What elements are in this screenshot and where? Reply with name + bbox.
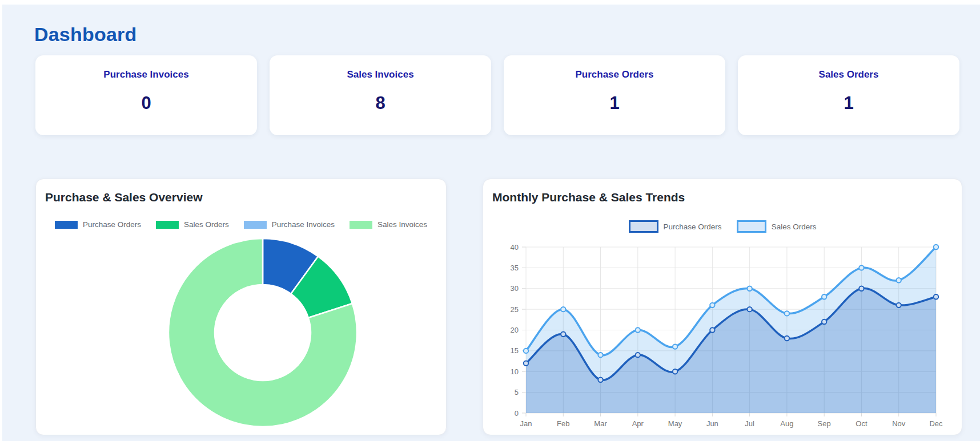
svg-text:Sep: Sep bbox=[818, 419, 831, 428]
svg-text:Oct: Oct bbox=[856, 419, 867, 428]
svg-text:Jul: Jul bbox=[745, 419, 754, 428]
overview-chart-card: Purchase & Sales Overview Purchase Order… bbox=[35, 179, 447, 435]
svg-text:10: 10 bbox=[511, 367, 519, 376]
svg-text:35: 35 bbox=[511, 264, 519, 272]
stat-card-purchase-invoices: Purchase Invoices 0 bbox=[35, 55, 257, 135]
stats-row: Purchase Invoices 0 Sales Invoices 8 Pur… bbox=[35, 55, 959, 135]
stat-value: 1 bbox=[609, 93, 619, 114]
svg-text:Apr: Apr bbox=[632, 419, 644, 428]
svg-text:25: 25 bbox=[511, 305, 519, 314]
svg-text:40: 40 bbox=[511, 243, 519, 252]
stat-value: 1 bbox=[844, 93, 853, 114]
stat-card-sales-invoices: Sales Invoices 8 bbox=[270, 55, 491, 135]
svg-text:Feb: Feb bbox=[557, 419, 569, 428]
page-title: Dashboard bbox=[34, 23, 136, 46]
stat-value: 0 bbox=[141, 93, 151, 114]
svg-text:20: 20 bbox=[511, 326, 519, 334]
svg-text:Nov: Nov bbox=[892, 419, 906, 428]
svg-text:Jun: Jun bbox=[706, 419, 718, 428]
svg-text:May: May bbox=[668, 419, 682, 428]
stat-label: Purchase Invoices bbox=[103, 69, 188, 80]
svg-text:Jan: Jan bbox=[520, 419, 532, 428]
svg-text:5: 5 bbox=[515, 388, 519, 397]
stat-label: Sales Orders bbox=[819, 69, 879, 80]
stat-label: Purchase Orders bbox=[575, 69, 653, 80]
stat-card-sales-orders: Sales Orders 1 bbox=[738, 55, 959, 135]
svg-text:15: 15 bbox=[511, 346, 519, 355]
stat-label: Sales Invoices bbox=[347, 69, 413, 80]
svg-text:Mar: Mar bbox=[594, 419, 607, 428]
svg-text:30: 30 bbox=[511, 284, 519, 293]
stat-value: 8 bbox=[375, 93, 385, 114]
overview-donut-chart bbox=[36, 179, 446, 435]
trends-line-chart: 0510152025303540JanFebMarAprMayJunJulAug… bbox=[483, 179, 962, 435]
stat-card-purchase-orders: Purchase Orders 1 bbox=[504, 55, 725, 135]
svg-text:Dec: Dec bbox=[929, 419, 943, 428]
svg-text:0: 0 bbox=[515, 409, 519, 418]
trends-chart-card: Monthly Purchase & Sales Trends Purchase… bbox=[483, 179, 962, 435]
svg-text:Aug: Aug bbox=[780, 419, 793, 428]
